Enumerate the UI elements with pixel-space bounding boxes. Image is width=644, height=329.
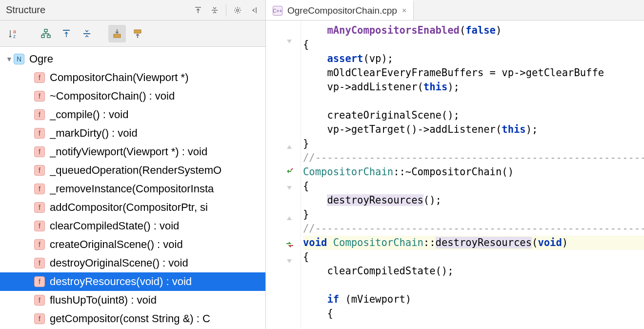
svg-rect-3 [44,29,47,32]
code-token: ::~CompositorChain() [393,166,514,178]
code-token: vp->getTarget()->addListener( [327,123,502,135]
code-token: { [303,251,309,263]
tree-item[interactable]: f~CompositorChain() : void [0,87,265,105]
related-function-icon[interactable] [266,240,301,254]
function-icon: f [34,91,45,102]
svg-rect-4 [41,35,44,38]
code-token: CompositorChain [303,166,393,178]
svg-rect-6 [114,34,121,38]
function-icon: f [34,72,45,83]
code-token: destroyResources [327,194,423,206]
hierarchy-icon[interactable] [37,25,55,42]
tree-item[interactable]: fflushUpTo(uint8) : void [0,291,265,309]
code-token: clearCompiledState(); [327,265,453,277]
autoscroll-from-source-icon[interactable] [129,25,146,42]
tree-root-ogre[interactable]: ▼ N Ogre [0,50,265,68]
tree-label: _markDirty() : void [50,127,138,140]
structure-header: Structure [0,0,265,21]
tree-item[interactable]: fCompositorChain(Viewport *) [0,68,265,87]
code-token [327,237,333,248]
gear-icon[interactable] [230,3,245,18]
svg-text:z: z [13,34,16,39]
editor-panel: C++ OgreCompositorChain.cpp × mAnyCompos… [266,0,644,329]
tree-item[interactable]: f_queuedOperation(RenderSystemO [0,161,265,180]
tree-item-selected[interactable]: fdestroyResources(void) : void [0,272,265,291]
tree-item[interactable]: faddCompositor(CompositorPtr, si [0,198,265,217]
code-token: void [538,237,562,248]
code-token: ); [447,81,460,93]
tree-item[interactable]: fclearCompiledState() : void [0,217,265,235]
tree-label: _compile() : void [50,108,128,121]
code-area[interactable]: mAnyCompositorsEnabled(false) { assert(v… [301,21,644,329]
tree-label: flushUpTo(uint8) : void [50,294,157,307]
disclosure-triangle-icon[interactable]: ▼ [5,55,14,63]
code-token: //--------------------------------------… [303,152,644,164]
tree-item[interactable]: f_notifyViewport(Viewport *) : void [0,143,265,161]
collapse-down-icon[interactable] [207,3,222,18]
editor-tab[interactable]: C++ OgreCompositorChain.cpp × [266,0,414,20]
structure-tree[interactable]: ▼ N Ogre fCompositorChain(Viewport *) f~… [0,47,265,329]
namespace-icon: N [14,54,24,64]
sort-alpha-icon[interactable]: az [5,25,22,42]
code-token: destroyResources [436,237,532,248]
svg-rect-7 [134,30,141,33]
function-icon: f [34,239,45,250]
function-icon: f [34,128,45,139]
override-icon[interactable] [266,167,301,181]
tree-label: ~CompositorChain() : void [50,90,175,103]
tree-label: addCompositor(CompositorPtr, si [50,201,208,214]
function-icon: f [34,313,45,324]
function-icon: f [34,202,45,213]
cpp-file-icon: C++ [273,6,282,16]
fold-handle-icon[interactable] [266,182,301,195]
code-token: ( [460,24,465,36]
fold-handle-icon[interactable] [266,140,301,153]
expand-top-icon[interactable] [58,25,75,42]
code-token: { [303,39,309,50]
tree-label: getCompositor(const String &) : C [50,312,210,325]
svg-point-0 [237,9,239,11]
code-token: this [423,81,447,93]
function-icon: f [34,295,45,306]
tree-item[interactable]: fcreateOriginalScene() : void [0,235,265,254]
editor-gutter[interactable] [266,21,301,329]
code-token: false [465,24,496,36]
fold-handle-icon[interactable] [266,35,301,49]
code-token: mAnyCompositorsEnabled [327,24,460,36]
tree-item[interactable]: fdestroyOriginalScene() : void [0,254,265,272]
close-icon[interactable]: × [402,6,406,15]
tab-filename: OgreCompositorChain.cpp [287,5,397,16]
code-token: (vp); [363,53,393,64]
tree-label: destroyOriginalScene() : void [50,257,188,269]
tree-label: _removeInstance(CompositorInsta [50,183,214,195]
code-token: createOriginalScene(); [327,109,460,121]
code-token: ( [532,237,538,248]
tree-item[interactable]: fgetCompositor(const String &) : C [0,309,265,328]
code-token: assert [327,53,363,64]
structure-panel: Structure az [0,0,266,329]
code-token: :: [423,237,436,248]
autoscroll-to-source-icon[interactable] [108,25,126,42]
code-token: { [327,308,333,319]
code-token: CompositorChain [333,237,423,248]
function-icon: f [34,221,45,231]
hide-panel-icon[interactable] [247,3,262,18]
editor-tab-bar: C++ OgreCompositorChain.cpp × [266,0,644,21]
code-token: { [303,180,309,192]
code-token: this [502,123,525,135]
structure-toolbar: az [0,21,265,47]
tree-label: _queuedOperation(RenderSystemO [50,164,221,177]
fold-handle-icon[interactable] [266,211,301,225]
tree-label: clearCompiledState() : void [50,220,179,232]
collapse-up-icon[interactable] [191,3,205,18]
tree-item[interactable]: f_removeInstance(CompositorInsta [0,180,265,198]
code-token: ); [526,123,538,135]
collapse-both-icon[interactable] [78,25,96,42]
code-token: if [327,293,339,305]
fold-handle-icon[interactable] [266,255,301,268]
tree-item[interactable]: f_markDirty() : void [0,124,265,143]
code-token: vp->addListener( [327,81,423,93]
code-token: //--------------------------------------… [303,223,644,234]
svg-rect-5 [47,35,50,38]
tree-item[interactable]: f_compile() : void [0,105,265,124]
